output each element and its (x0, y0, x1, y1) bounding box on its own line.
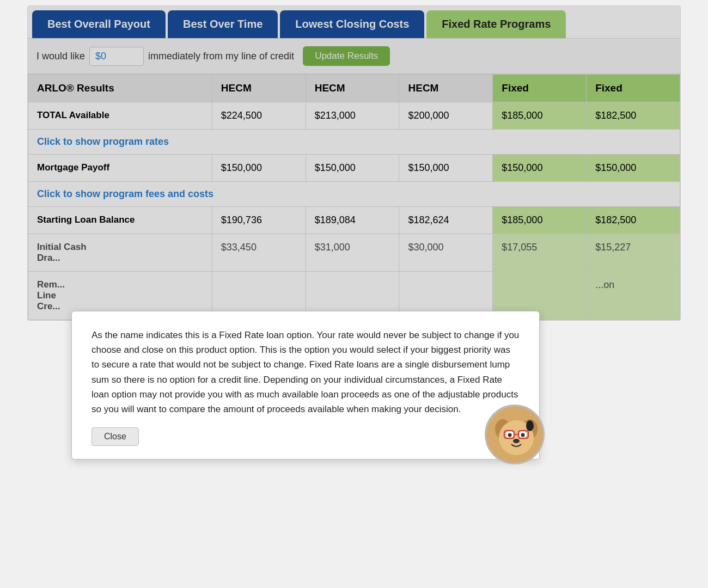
main-container: Best Overall Payout Best Over Time Lowes… (27, 5, 681, 321)
mascot-avatar (485, 405, 545, 464)
modal-overlay: As the name indicates this is a Fixed Ra… (28, 6, 680, 320)
mascot-container (485, 405, 556, 475)
modal-text: As the name indicates this is a Fixed Ra… (91, 328, 520, 416)
modal-close-button[interactable]: Close (91, 427, 139, 446)
svg-point-12 (526, 420, 534, 431)
svg-point-10 (521, 433, 525, 437)
modal-box: As the name indicates this is a Fixed Ra… (71, 311, 540, 460)
svg-point-11 (513, 439, 520, 443)
svg-point-9 (508, 433, 512, 437)
